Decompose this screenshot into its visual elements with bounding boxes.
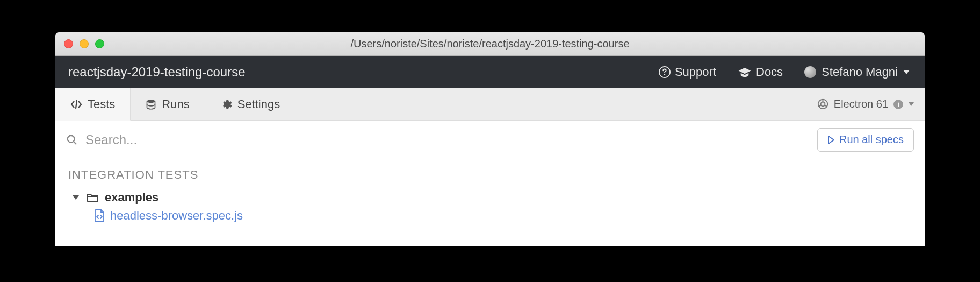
question-circle-icon [659,66,671,78]
tab-tests[interactable]: Tests [55,88,131,121]
chevron-down-icon [903,70,910,74]
close-window-button[interactable] [64,39,73,48]
app-window: /Users/noriste/Sites/noriste/reactjsday-… [55,32,925,246]
file-name: headless-browser.spec.js [110,209,243,223]
user-menu[interactable]: Stefano Magni [804,65,912,79]
svg-line-8 [825,105,827,107]
app-header: reactjsday-2019-testing-course Support D… [55,56,925,88]
tree-folder[interactable]: examples [73,188,912,207]
tab-settings[interactable]: Settings [205,88,296,120]
gear-icon [220,98,232,110]
window-titlebar: /Users/noriste/Sites/noriste/reactjsday-… [55,32,925,56]
browser-label: Electron 61 [834,98,888,110]
section-title: INTEGRATION TESTS [68,168,912,182]
tab-settings-label: Settings [237,97,280,111]
code-icon [70,100,82,109]
maximize-window-button[interactable] [95,39,104,48]
user-name: Stefano Magni [822,65,898,79]
spec-list: INTEGRATION TESTS examples headless-brow… [55,159,925,246]
tab-runs-label: Runs [162,97,189,111]
graduation-cap-icon [738,66,752,78]
svg-point-5 [820,102,825,107]
minimize-window-button[interactable] [80,39,89,48]
chevron-down-icon [909,102,914,106]
search-row: Run all specs [55,121,925,159]
file-code-icon [94,209,105,222]
run-all-specs-button[interactable]: Run all specs [817,128,914,152]
database-icon [146,99,156,110]
svg-point-3 [147,100,155,103]
avatar [804,66,816,78]
support-link[interactable]: Support [659,65,716,79]
svg-point-1 [664,74,665,75]
browser-selector[interactable]: Electron 61 i [817,88,925,120]
search-input[interactable] [85,132,809,147]
header-right: Support Docs Stefano Magni [659,65,912,79]
svg-line-2 [76,100,77,108]
folder-open-icon [87,192,99,203]
svg-line-10 [74,141,76,144]
tree-file[interactable]: headless-browser.spec.js [94,207,912,225]
chevron-down-icon [73,195,79,200]
folder-name: examples [105,191,158,205]
tabsbar: Tests Runs Settings Electron 61 i [55,88,925,121]
tab-tests-label: Tests [88,97,115,111]
search-wrap [66,132,809,147]
search-icon [66,134,78,146]
tab-runs[interactable]: Runs [131,88,205,120]
project-name: reactjsday-2019-testing-course [68,65,246,80]
window-title: /Users/noriste/Sites/noriste/reactjsday-… [55,38,925,50]
docs-label: Docs [756,65,783,79]
support-label: Support [675,65,716,79]
svg-line-7 [819,105,821,107]
chrome-icon [817,98,828,110]
docs-link[interactable]: Docs [738,65,783,79]
play-icon [827,136,835,144]
svg-marker-11 [828,136,834,144]
info-icon: i [893,100,903,109]
traffic-lights [55,39,104,48]
run-button-label: Run all specs [839,133,904,146]
